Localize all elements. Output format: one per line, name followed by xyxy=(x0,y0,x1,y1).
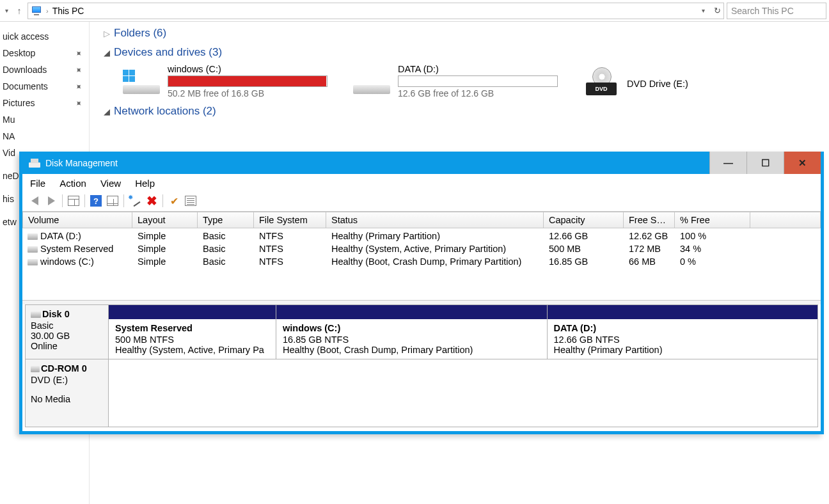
drive-usage-bar xyxy=(398,75,558,87)
wand-icon xyxy=(129,196,141,206)
volume-icon xyxy=(28,259,38,265)
cdrom-icon xyxy=(31,366,40,372)
menu-help[interactable]: Help xyxy=(135,178,155,189)
close-button[interactable]: ✕ xyxy=(784,152,821,174)
address-text: This PC xyxy=(52,6,84,16)
menu-file[interactable]: File xyxy=(30,178,45,189)
refresh-icon[interactable]: ↻ xyxy=(714,6,721,15)
address-dropdown-icon[interactable]: ▾ xyxy=(699,7,707,14)
expand-arrow-icon: ◢ xyxy=(104,48,110,58)
disk-management-icon xyxy=(29,159,40,168)
drive-icon xyxy=(353,68,390,94)
delete-button[interactable]: ✖ xyxy=(143,193,160,209)
col-filesystem[interactable]: File System xyxy=(254,212,326,228)
dm-titlebar[interactable]: Disk Management — ☐ ✕ xyxy=(22,152,821,174)
drive-free-text: 12.6 GB free of 12.6 GB xyxy=(398,88,558,98)
section-label: Folders (6) xyxy=(114,27,166,40)
section-folders[interactable]: ▷ Folders (6) xyxy=(104,27,829,40)
partition-header xyxy=(109,305,276,319)
menu-action[interactable]: Action xyxy=(59,178,86,189)
list-icon xyxy=(185,196,196,206)
drive-name: windows (C:) xyxy=(168,64,328,74)
drive-e-dvd[interactable]: DVD DVD Drive (E:) xyxy=(583,64,688,98)
cdrom-media-area[interactable] xyxy=(109,359,817,427)
volume-row[interactable]: DATA (D:) SimpleBasicNTFSHealthy (Primar… xyxy=(22,230,821,242)
section-label: Devices and drives (3) xyxy=(114,46,222,59)
sidebar-item-pictures[interactable]: Pictures✦ xyxy=(0,95,89,111)
forward-button[interactable] xyxy=(43,193,59,209)
sidebar-item-desktop[interactable]: Desktop✦ xyxy=(0,45,89,61)
col-volume[interactable]: Volume xyxy=(22,212,132,228)
drive-name: DATA (D:) xyxy=(398,64,558,74)
menu-view[interactable]: View xyxy=(100,178,121,189)
drive-d[interactable]: DATA (D:) 12.6 GB free of 12.6 GB xyxy=(353,64,558,98)
delete-x-icon: ✖ xyxy=(146,193,157,209)
drive-free-text: 50.2 MB free of 16.8 GB xyxy=(168,88,328,98)
drive-icon xyxy=(123,68,160,94)
pin-icon: ✦ xyxy=(73,97,84,109)
dvd-drive-icon: DVD xyxy=(583,67,619,95)
help-icon: ? xyxy=(90,195,102,207)
cdrom0-block: CD-ROM 0 DVD (E:) No Media xyxy=(25,359,818,427)
volume-rows: DATA (D:) SimpleBasicNTFSHealthy (Primar… xyxy=(22,228,821,300)
col-percent-free[interactable]: % Free xyxy=(675,212,750,228)
layout2-button[interactable] xyxy=(104,193,121,209)
sidebar-item-documents[interactable]: Documents✦ xyxy=(0,78,89,95)
properties-button[interactable]: ✔ xyxy=(166,193,182,209)
splitter-handle[interactable] xyxy=(22,300,821,304)
col-type[interactable]: Type xyxy=(198,212,254,228)
drive-name: DVD Drive (E:) xyxy=(627,79,688,89)
maximize-button[interactable]: ☐ xyxy=(746,152,784,174)
back-arrow-icon xyxy=(31,196,38,205)
back-button[interactable] xyxy=(26,193,43,209)
volume-header: Volume Layout Type File System Status Ca… xyxy=(22,212,821,228)
dm-menubar: File Action View Help xyxy=(22,174,821,193)
minimize-button[interactable]: — xyxy=(709,152,746,174)
col-free[interactable]: Free Spa... xyxy=(624,212,675,228)
pin-icon: ✦ xyxy=(73,64,84,75)
partition-data-d[interactable]: DATA (D:)12.66 GB NTFSHealthy (Primary P… xyxy=(548,305,818,359)
settings-button[interactable] xyxy=(127,193,143,209)
disk-icon xyxy=(31,311,41,318)
history-dropdown-icon[interactable]: ▾ xyxy=(3,7,11,14)
volume-icon xyxy=(28,246,38,253)
col-layout[interactable]: Layout xyxy=(132,212,198,228)
pin-icon: ✦ xyxy=(73,81,84,92)
sidebar-item[interactable]: NA xyxy=(0,128,89,145)
cdrom0-info[interactable]: CD-ROM 0 DVD (E:) No Media xyxy=(26,359,109,427)
col-capacity[interactable]: Capacity xyxy=(544,212,624,228)
partition-windows-c[interactable]: windows (C:)16.85 GB NTFSHealthy (Boot, … xyxy=(276,305,548,359)
volume-icon xyxy=(28,233,38,240)
drive-c[interactable]: windows (C:) 50.2 MB free of 16.8 GB xyxy=(123,64,328,98)
expand-arrow-icon: ◢ xyxy=(104,107,110,116)
volume-row[interactable]: windows (C:) SimpleBasicNTFSHealthy (Boo… xyxy=(22,255,821,268)
address-field[interactable]: › This PC ▾ ↻ xyxy=(28,3,724,19)
partition-header xyxy=(548,305,818,319)
disk0-info[interactable]: Disk 0 Basic 30.00 GB Online xyxy=(26,305,109,359)
section-network[interactable]: ◢ Network locations (2) xyxy=(104,105,829,118)
volume-row[interactable]: System Reserved SimpleBasicNTFSHealthy (… xyxy=(22,242,821,255)
layout2-icon xyxy=(107,196,118,206)
disk-management-window: Disk Management — ☐ ✕ File Action View H… xyxy=(19,152,824,434)
section-label: Network locations (2) xyxy=(114,105,216,118)
sidebar-item-quick-access[interactable]: uick access xyxy=(0,28,89,45)
col-filler xyxy=(750,212,821,228)
this-pc-icon xyxy=(31,6,42,15)
col-status[interactable]: Status xyxy=(326,212,544,228)
chevron-right-icon: › xyxy=(46,7,49,15)
partition-system-reserved[interactable]: System Reserved500 MB NTFSHealthy (Syste… xyxy=(109,305,276,359)
nav-up-icon[interactable]: ↑ xyxy=(13,5,25,17)
search-input[interactable]: Search This PC xyxy=(727,3,826,19)
layout-icon xyxy=(68,196,79,206)
pin-icon: ✦ xyxy=(73,47,84,59)
dm-toolbar: ? ✖ ✔ xyxy=(22,193,821,212)
list-button[interactable] xyxy=(182,193,199,209)
dm-title-text: Disk Management xyxy=(45,158,118,168)
sidebar-item-downloads[interactable]: Downloads✦ xyxy=(0,61,89,78)
disk0-block: Disk 0 Basic 30.00 GB Online System Rese… xyxy=(25,304,818,359)
sidebar-item[interactable]: Mu xyxy=(0,111,89,128)
layout-button[interactable] xyxy=(65,193,82,209)
section-devices[interactable]: ◢ Devices and drives (3) xyxy=(104,46,829,59)
explorer-address-bar: ▾ ↑ › This PC ▾ ↻ Search This PC xyxy=(0,0,829,22)
help-button[interactable]: ? xyxy=(88,193,104,209)
